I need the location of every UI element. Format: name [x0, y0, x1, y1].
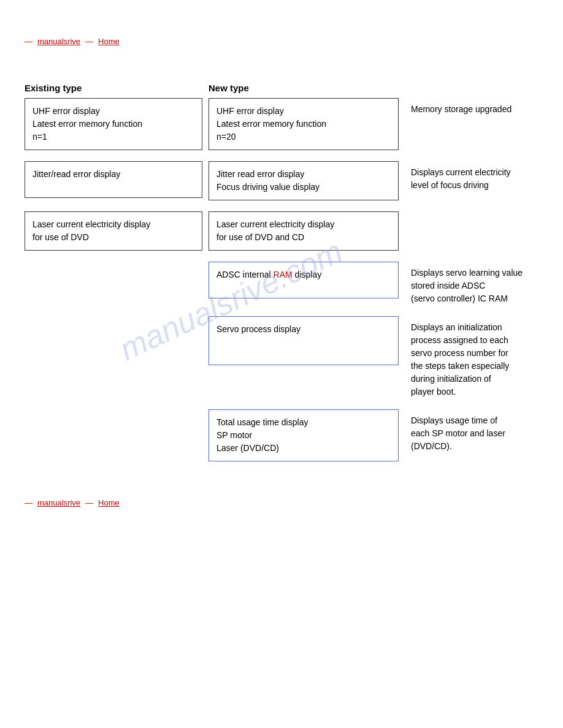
cell-new-laser: Laser current electricity displayfor use… [209, 211, 399, 251]
cell-desc-laser [399, 211, 538, 216]
cell-existing-uhf: UHF error displayLatest error memory fun… [25, 98, 202, 150]
cell-existing-jitter: Jitter/read error display [25, 161, 202, 198]
top-nav-link2[interactable]: Home [98, 37, 120, 46]
header-desc [399, 83, 538, 93]
table-header-row: Existing type New type [25, 83, 538, 93]
table-row: UHF error displayLatest error memory fun… [25, 98, 538, 150]
header-new: New type [209, 83, 399, 93]
cell-new-jitter: Jitter read error displayFocus driving v… [209, 161, 399, 200]
cell-desc-jitter: Displays current electricitylevel of foc… [399, 161, 538, 192]
cell-new-uhf: UHF error displayLatest error memory fun… [209, 98, 399, 150]
cell-new-total: Total usage time displaySP motorLaser (D… [209, 409, 399, 461]
cell-new-adsc: ADSC internal RAM display [209, 262, 399, 298]
table-row: ADSC internal RAM display Displays servo… [25, 262, 538, 305]
comparison-table: Existing type New type UHF error display… [25, 83, 538, 461]
bottom-nav-link2[interactable]: Home [98, 498, 120, 507]
table-row: Total usage time displaySP motorLaser (D… [25, 409, 538, 461]
cell-desc-servo: Displays an initializationprocess assign… [399, 316, 538, 398]
cell-new-servo: Servo process display [209, 316, 399, 365]
table-row: Servo process display Displays an initia… [25, 316, 538, 398]
cell-existing-laser: Laser current electricity displayfor use… [25, 211, 202, 251]
cell-desc-total: Displays usage time ofeach SP motor and … [399, 409, 538, 453]
bottom-nav-dash: — [25, 498, 33, 507]
bottom-nav: — manualsrive — Home [25, 498, 538, 507]
table-row: Laser current electricity displayfor use… [25, 211, 538, 251]
top-nav: — manualsrive — Home [25, 37, 538, 46]
top-nav-link1[interactable]: manualsrive [37, 37, 80, 46]
bottom-nav-sep: — [85, 498, 93, 507]
table-row: Jitter/read error display Jitter read er… [25, 161, 538, 200]
header-existing: Existing type [25, 83, 202, 93]
top-nav-sep: — [85, 37, 93, 46]
bottom-nav-link1[interactable]: manualsrive [37, 498, 80, 507]
top-nav-dash: — [25, 37, 33, 46]
cell-desc-uhf: Memory storage upgraded [399, 98, 538, 116]
page-container: — manualsrive — Home Existing type New t… [0, 0, 563, 728]
cell-desc-adsc: Displays servo learning valuestored insi… [399, 262, 538, 305]
